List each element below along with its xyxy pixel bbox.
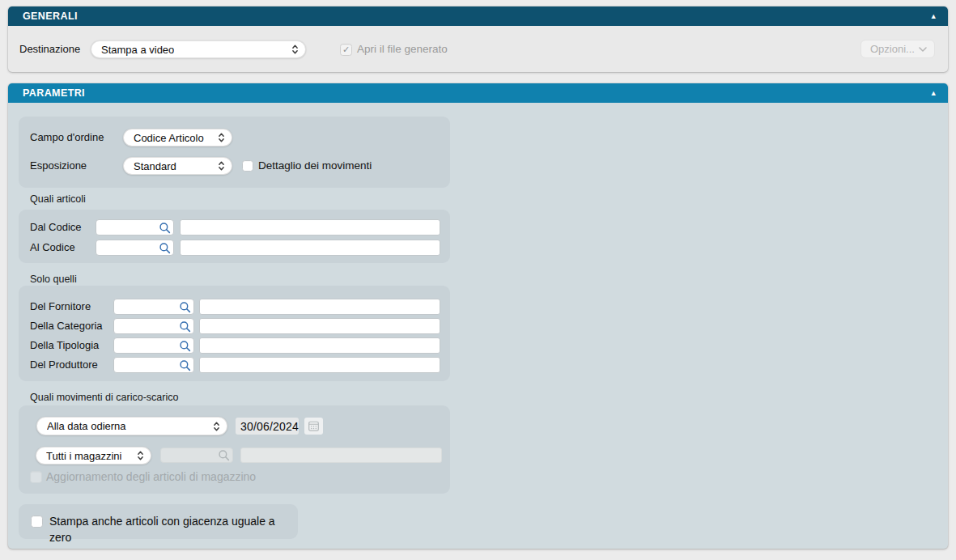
collapse-icon[interactable]: ▲ (930, 13, 937, 20)
esposizione-label: Esposizione (30, 157, 87, 175)
panel-generali-header[interactable]: GENERALI ▲ (8, 6, 948, 26)
al-codice-code-input[interactable] (100, 242, 159, 253)
collapse-icon[interactable]: ▲ (930, 90, 937, 97)
esposizione-value: Standard (134, 160, 176, 172)
opzioni-label: Opzioni... (870, 43, 915, 55)
dal-codice-description-field[interactable] (180, 219, 440, 235)
aggiornamento-checkbox (30, 471, 42, 483)
dal-codice-code-input[interactable] (100, 222, 159, 233)
stepper-icon (137, 450, 144, 461)
destinazione-select[interactable]: Stampa a video (91, 40, 306, 58)
giacenza-zero-checkbox[interactable] (31, 515, 43, 528)
print-dialog: GENERALI ▲ Destinazione Stampa a video ✓… (0, 0, 956, 560)
magazzino-code-input (165, 450, 218, 461)
search-icon (179, 340, 191, 352)
search-icon (179, 301, 191, 313)
della-tipologia-label: Della Tipologia (30, 337, 99, 354)
destinazione-value: Stampa a video (101, 44, 174, 56)
dettaglio-movimenti-label: Dettaglio dei movimenti (258, 157, 372, 175)
campo-ordine-select[interactable]: Codice Articolo (123, 129, 232, 146)
campo-ordine-value: Codice Articolo (134, 132, 204, 144)
opzioni-button[interactable]: Opzioni... (860, 40, 935, 58)
solo-quelli-box: Del Fornitore Della Categoria Della Tipo… (19, 286, 450, 381)
stepper-icon (218, 160, 225, 172)
calendar-icon (308, 420, 320, 432)
della-categoria-description-field[interactable] (199, 318, 440, 334)
data-riferimento-field[interactable]: 30/06/2024 (236, 418, 299, 435)
aggiornamento-label: Aggiornamento degli articoli di magazzin… (46, 469, 256, 485)
search-icon (179, 320, 191, 333)
campo-ordine-label: Campo d'ordine (30, 129, 104, 146)
esposizione-select[interactable]: Standard (123, 157, 232, 175)
panel-generali: GENERALI ▲ Destinazione Stampa a video ✓… (8, 6, 948, 72)
dal-codice-lookup[interactable] (96, 219, 174, 235)
della-categoria-lookup[interactable] (113, 318, 194, 334)
magazzino-value: Tutti i magazzini (46, 450, 121, 462)
search-icon (159, 222, 171, 234)
del-produttore-code-input[interactable] (118, 359, 179, 371)
periodo-value: Alla data odierna (47, 420, 126, 432)
della-tipologia-code-input[interactable] (118, 340, 179, 351)
search-icon (179, 359, 191, 371)
magazzino-lookup (160, 448, 233, 463)
giacenza-zero-label: Stampa anche articoli con giacenza ugual… (49, 513, 298, 529)
del-fornitore-code-input[interactable] (118, 301, 179, 312)
periodo-select[interactable]: Alla data odierna (36, 417, 227, 435)
calendar-button[interactable] (304, 418, 323, 435)
destinazione-label: Destinazione (19, 43, 80, 56)
magazzino-select[interactable]: Tutti i magazzini (36, 447, 151, 465)
del-fornitore-label: Del Fornitore (30, 299, 91, 315)
della-categoria-label: Della Categoria (30, 318, 103, 334)
dal-codice-label: Dal Codice (30, 219, 82, 235)
del-fornitore-description-field[interactable] (199, 299, 440, 315)
panel-parametri-header[interactable]: PARAMETRI ▲ (8, 83, 948, 103)
chevron-down-icon (919, 47, 927, 52)
panel-parametri-title: PARAMETRI (23, 87, 85, 99)
panel-generali-title: GENERALI (23, 11, 78, 22)
giacenza-zero-box: Stampa anche articoli con giacenza ugual… (19, 504, 298, 539)
della-tipologia-lookup[interactable] (113, 337, 194, 354)
stepper-icon (218, 132, 225, 143)
data-riferimento-value: 30/06/2024 (240, 420, 299, 433)
magazzino-description-field (240, 448, 442, 463)
apri-file-checkbox[interactable]: ✓ (340, 44, 352, 56)
solo-quelli-title: Solo quelli (30, 273, 77, 286)
movimenti-title: Quali movimenti di carico-scarico (30, 391, 178, 404)
panel-parametri: PARAMETRI ▲ Campo d'ordine Codice Artico… (8, 83, 948, 549)
del-produttore-lookup[interactable] (113, 357, 194, 373)
quali-articoli-title: Quali articoli (30, 193, 86, 206)
del-fornitore-lookup[interactable] (113, 299, 194, 315)
search-icon (159, 242, 171, 254)
del-produttore-description-field[interactable] (199, 357, 440, 373)
apri-file-label: Apri il file generato (357, 43, 448, 56)
della-tipologia-description-field[interactable] (199, 337, 440, 354)
check-icon: ✓ (342, 45, 350, 55)
al-codice-lookup[interactable] (96, 240, 174, 256)
stepper-icon (213, 421, 220, 432)
movimenti-box: Alla data odierna 30/06/2024 Tutti i mag… (19, 405, 450, 494)
ordinamento-box: Campo d'ordine Codice Articolo Esposizio… (19, 117, 450, 188)
al-codice-description-field[interactable] (180, 240, 440, 256)
search-icon (218, 449, 230, 461)
dettaglio-movimenti-checkbox[interactable] (242, 160, 253, 172)
del-produttore-label: Del Produttore (30, 357, 98, 373)
della-categoria-code-input[interactable] (118, 320, 179, 332)
stepper-icon (291, 44, 299, 55)
al-codice-label: Al Codice (30, 240, 75, 256)
quali-articoli-box: Dal Codice Al Codice (19, 210, 450, 263)
